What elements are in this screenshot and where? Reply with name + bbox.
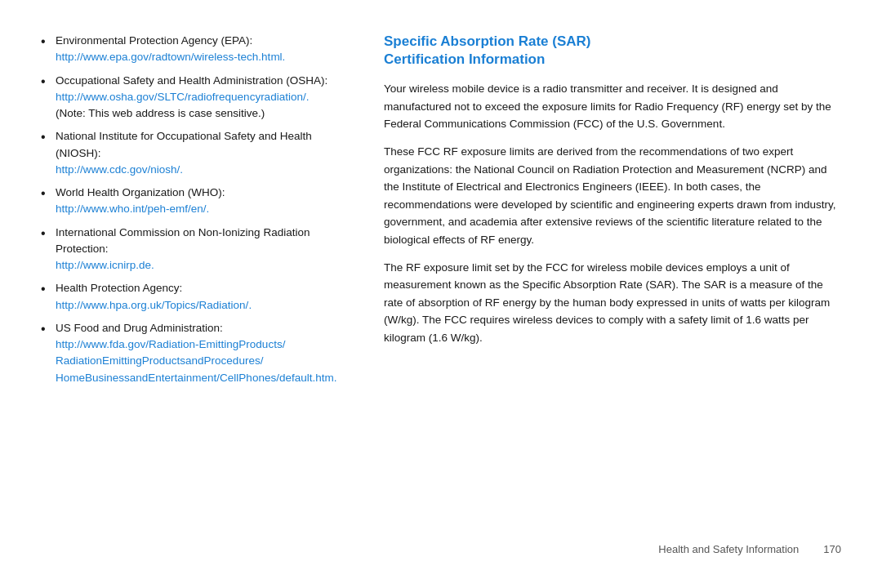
list-item-hpa: Health Protection Agency: http://www.hpa… <box>41 280 351 314</box>
org-name-who: World Health Organization (WHO): <box>56 186 225 198</box>
link-osha[interactable]: http://www.osha.gov/SLTC/radiofrequencyr… <box>56 89 351 105</box>
page-footer: Health and Safety Information 170 <box>41 535 841 555</box>
footer-page-number: 170 <box>823 543 841 555</box>
link-fda-line1[interactable]: http://www.fda.gov/Radiation-EmittingPro… <box>56 336 351 353</box>
list-item-epa: Environmental Protection Agency (EPA): h… <box>41 33 351 66</box>
note-osha: (Note: This web address is case sensitiv… <box>56 107 265 119</box>
list-item-icnirp: International Commission on Non-Ionizing… <box>41 225 351 274</box>
link-epa[interactable]: http://www.epa.gov/radtown/wireless-tech… <box>56 49 351 65</box>
content-columns: Environmental Protection Agency (EPA): h… <box>41 33 841 535</box>
org-name-icnirp: International Commission on Non-Ionizing… <box>56 226 310 255</box>
link-icnirp[interactable]: http://www.icnirp.de. <box>56 257 351 274</box>
footer-label: Health and Safety Information <box>658 543 799 555</box>
sar-paragraph-3: The RF exposure limit set by the FCC for… <box>384 259 841 347</box>
sar-title-line1: Specific Absorption Rate (SAR) <box>384 33 590 49</box>
list-item-osha: Occupational Safety and Health Administr… <box>41 73 351 122</box>
org-name-epa: Environmental Protection Agency (EPA): <box>56 34 252 47</box>
org-name-fda: US Food and Drug Administration: <box>56 322 223 334</box>
page-container: Environmental Protection Agency (EPA): h… <box>0 0 882 588</box>
sar-paragraph-2: These FCC RF exposure limits are derived… <box>384 143 841 249</box>
list-item-fda: US Food and Drug Administration: http://… <box>41 320 351 386</box>
org-name-osha: Occupational Safety and Health Administr… <box>56 74 327 87</box>
link-fda-line3[interactable]: HomeBusinessandEntertainment/CellPhones/… <box>56 370 351 386</box>
link-niosh[interactable]: http://www.cdc.gov/niosh/. <box>56 162 351 178</box>
link-who[interactable]: http://www.who.int/peh-emf/en/. <box>56 201 351 217</box>
link-fda-line2[interactable]: RadiationEmittingProductsandProcedures/ <box>56 353 351 369</box>
right-column: Specific Absorption Rate (SAR) Certifica… <box>384 33 841 535</box>
link-hpa[interactable]: http://www.hpa.org.uk/Topics/Radiation/. <box>56 297 351 314</box>
sar-title: Specific Absorption Rate (SAR) Certifica… <box>384 33 841 69</box>
org-name-hpa: Health Protection Agency: <box>56 282 182 294</box>
left-column: Environmental Protection Agency (EPA): h… <box>41 33 351 535</box>
sar-title-line2: Certification Information <box>384 51 545 67</box>
sar-paragraph-1: Your wireless mobile device is a radio t… <box>384 80 841 133</box>
bullet-list: Environmental Protection Agency (EPA): h… <box>41 33 351 386</box>
list-item-who: World Health Organization (WHO): http://… <box>41 185 351 218</box>
list-item-niosh: National Institute for Occupational Safe… <box>41 128 351 178</box>
org-name-niosh: National Institute for Occupational Safe… <box>56 130 312 158</box>
